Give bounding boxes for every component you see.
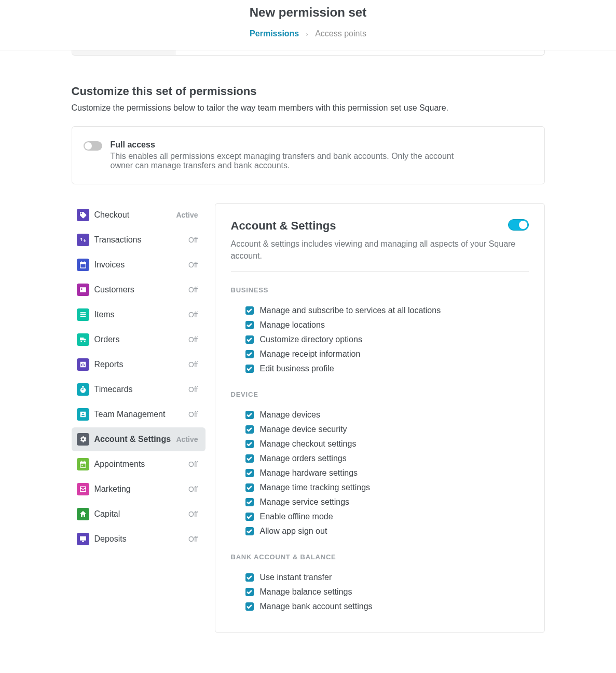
sidebar-item-label: Team Management: [94, 410, 184, 419]
sidebar-item-label: Account & Settings: [94, 435, 171, 444]
perm-checkbox[interactable]: [245, 454, 254, 463]
perm-checkbox[interactable]: [245, 306, 254, 315]
sidebar-item-label: Reports: [94, 360, 184, 369]
perm-row: Manage orders settings: [231, 451, 529, 466]
perm-row: Manage service settings: [231, 495, 529, 509]
detail-toggle[interactable]: [508, 219, 529, 231]
sidebar-item-status: Off: [188, 535, 198, 543]
sidebar-item-label: Marketing: [94, 484, 184, 494]
sidebar-item-team-management[interactable]: Team ManagementOff: [72, 402, 206, 426]
perm-checkbox[interactable]: [245, 440, 254, 448]
perm-group-title: Bank Account & Balance: [231, 553, 529, 561]
sidebar-item-timecards[interactable]: TimecardsOff: [72, 378, 206, 401]
sidebar-item-status: Off: [188, 460, 198, 468]
swap-icon: [77, 234, 89, 246]
sidebar-item-deposits[interactable]: DepositsOff: [72, 527, 206, 551]
perm-checkbox[interactable]: [245, 335, 254, 344]
sidebar-item-customers[interactable]: CustomersOff: [72, 278, 206, 302]
sidebar-item-account-settings[interactable]: Account & SettingsActive: [72, 427, 206, 451]
sidebar-item-status: Off: [188, 335, 198, 344]
perm-label: Manage service settings: [260, 497, 350, 507]
perm-row: Manage receipt information: [231, 347, 529, 361]
full-access-card: Full access This enables all permissions…: [72, 126, 545, 184]
full-access-toggle[interactable]: [84, 141, 102, 151]
sidebar-item-status: Off: [188, 385, 198, 394]
sidebar-item-status: Off: [188, 311, 198, 319]
perm-checkbox[interactable]: [245, 321, 254, 329]
truck-icon: [77, 333, 89, 346]
perm-group: BusinessManage and subscribe to services…: [231, 286, 529, 376]
perm-label: Manage hardware settings: [260, 468, 358, 478]
perm-checkbox[interactable]: [245, 365, 254, 373]
sidebar-item-label: Checkout: [94, 210, 171, 220]
usercard-icon: [77, 284, 89, 296]
chart-icon: [77, 358, 89, 371]
sidebar-item-invoices[interactable]: InvoicesOff: [72, 253, 206, 277]
prev-section-stub: [72, 50, 545, 56]
perm-checkbox[interactable]: [245, 498, 254, 506]
perm-row: Enable offline mode: [231, 509, 529, 524]
sidebar-item-items[interactable]: ItemsOff: [72, 303, 206, 327]
perm-checkbox[interactable]: [245, 527, 254, 535]
perm-row: Manage hardware settings: [231, 466, 529, 480]
sidebar-item-status: Off: [188, 485, 198, 493]
perm-checkbox[interactable]: [245, 483, 254, 492]
sidebar-item-label: Invoices: [94, 260, 184, 270]
sidebar-item-capital[interactable]: CapitalOff: [72, 502, 206, 526]
permission-sidebar: CheckoutActiveTransactionsOffInvoicesOff…: [72, 203, 206, 552]
sidebar-item-label: Items: [94, 310, 184, 319]
sidebar-item-transactions[interactable]: TransactionsOff: [72, 228, 206, 252]
perm-label: Manage locations: [260, 320, 325, 330]
perm-checkbox[interactable]: [245, 411, 254, 419]
perm-row: Use instant transfer: [231, 570, 529, 585]
perm-label: Use instant transfer: [260, 573, 332, 582]
sidebar-item-checkout[interactable]: CheckoutActive: [72, 203, 206, 227]
perm-group-title: Business: [231, 286, 529, 294]
sidebar-item-appointments[interactable]: AppointmentsOff: [72, 452, 206, 476]
sidebar-item-label: Appointments: [94, 460, 184, 469]
sidebar-item-status: Active: [176, 435, 198, 443]
detail-desc: Account & settings includes viewing and …: [231, 238, 529, 262]
sidebar-item-label: Transactions: [94, 235, 184, 245]
gear-icon: [77, 433, 89, 446]
crumb-permissions[interactable]: Permissions: [250, 29, 299, 38]
list-icon: [77, 308, 89, 321]
perm-row: Allow app sign out: [231, 524, 529, 539]
perm-checkbox[interactable]: [245, 513, 254, 521]
sidebar-item-label: Deposits: [94, 534, 184, 544]
page-title: New permission set: [0, 5, 616, 20]
sidebar-item-status: Off: [188, 360, 198, 369]
sidebar-item-status: Off: [188, 261, 198, 269]
full-access-title: Full access: [111, 140, 463, 150]
sidebar-item-status: Off: [188, 410, 198, 419]
sidebar-item-marketing[interactable]: MarketingOff: [72, 477, 206, 501]
perm-checkbox[interactable]: [245, 350, 254, 358]
sidebar-item-reports[interactable]: ReportsOff: [72, 353, 206, 376]
perm-checkbox[interactable]: [245, 602, 254, 611]
divider: [231, 271, 529, 272]
perm-checkbox[interactable]: [245, 425, 254, 434]
crumb-access-points[interactable]: Access points: [315, 29, 366, 38]
sidebar-item-label: Customers: [94, 285, 184, 294]
home-icon: [77, 508, 89, 520]
perm-checkbox[interactable]: [245, 469, 254, 477]
sidebar-item-orders[interactable]: OrdersOff: [72, 328, 206, 352]
perm-label: Manage and subscribe to services at all …: [260, 306, 441, 315]
perm-row: Manage checkout settings: [231, 437, 529, 451]
perm-label: Customize directory options: [260, 335, 362, 344]
perm-checkbox[interactable]: [245, 573, 254, 582]
perm-checkbox[interactable]: [245, 588, 254, 596]
perm-label: Manage balance settings: [260, 587, 352, 597]
perm-row: Manage bank account settings: [231, 599, 529, 614]
monitor-icon: [77, 533, 89, 545]
timer-icon: [77, 383, 89, 396]
sidebar-item-label: Orders: [94, 335, 184, 344]
sidebar-item-status: Off: [188, 510, 198, 518]
perm-label: Manage device security: [260, 425, 347, 434]
perm-label: Manage orders settings: [260, 454, 347, 463]
chevron-right-icon: ›: [306, 31, 308, 38]
perm-row: Manage and subscribe to services at all …: [231, 303, 529, 318]
calendar-icon: [77, 259, 89, 271]
section-title: Customize this set of permissions: [72, 85, 545, 98]
date-icon: [77, 458, 89, 470]
